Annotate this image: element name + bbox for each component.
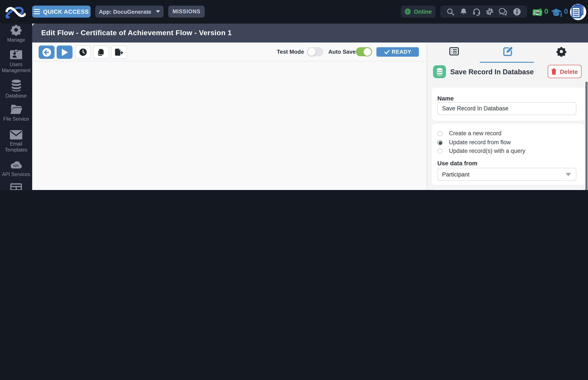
svg-text:</>: </> [13,163,19,168]
